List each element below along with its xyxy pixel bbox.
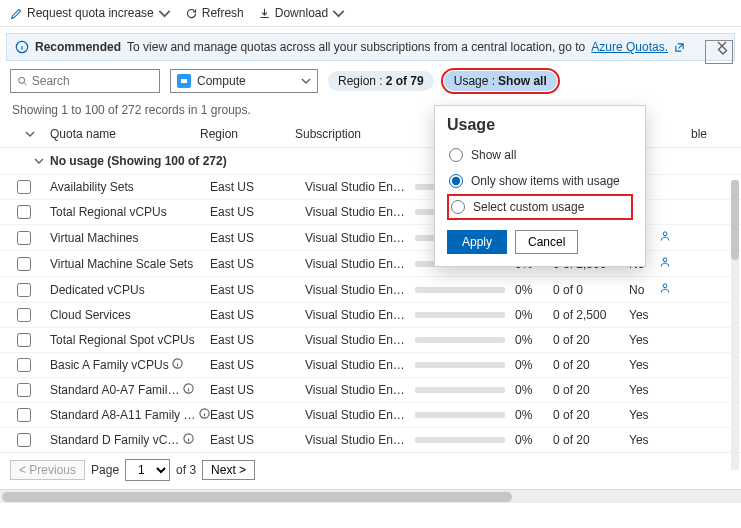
banner-link[interactable]: Azure Quotas. [591, 40, 668, 54]
horizontal-scrollbar[interactable] [0, 489, 741, 503]
pager-next[interactable]: Next > [202, 460, 255, 480]
usage-pill-prefix: Usage : [454, 74, 495, 88]
row-checkbox[interactable] [17, 308, 31, 322]
col-quota[interactable]: Quota name [50, 127, 200, 141]
table-row[interactable]: Basic A Family vCPUs East USVisual Studi… [0, 352, 741, 377]
download-icon [258, 7, 271, 20]
person-icon[interactable] [659, 230, 671, 242]
table-row[interactable]: Cloud ServicesEast USVisual Studio En…0%… [0, 302, 741, 327]
radio-custom[interactable] [451, 200, 465, 214]
cell-quota: Basic A Family vCPUs [50, 358, 210, 372]
search-icon [17, 75, 28, 87]
banner-text: To view and manage quotas across all you… [127, 40, 585, 54]
cell-region: East US [210, 231, 305, 245]
provider-dropdown[interactable]: Compute [170, 69, 318, 93]
cell-usage-bar [415, 362, 515, 368]
cell-quota: Standard D Family vC… [50, 433, 210, 447]
provider-label: Compute [197, 74, 295, 88]
cell-subscription: Visual Studio En… [305, 358, 415, 372]
usage-option-only[interactable]: Only show items with usage [447, 168, 633, 194]
cell-adjustable: Yes [629, 408, 659, 422]
info-icon [15, 40, 29, 54]
row-checkbox[interactable] [17, 205, 31, 219]
pager-page-select[interactable]: 1 [125, 459, 170, 481]
pager-page-label: Page [91, 463, 119, 477]
compute-icon [177, 74, 191, 88]
table-row[interactable]: Dedicated vCPUsEast USVisual Studio En…0… [0, 276, 741, 302]
radio-only[interactable] [449, 174, 463, 188]
usage-option-all[interactable]: Show all [447, 142, 633, 168]
pager-prev[interactable]: < Previous [10, 460, 85, 480]
filter-bar: Compute Region : 2 of 79 Usage : Show al… [0, 67, 741, 99]
cell-percent: 0% [515, 433, 553, 447]
usage-filter-pill[interactable]: Usage : Show all [444, 71, 557, 91]
cell-adjustable: Yes [629, 358, 659, 372]
row-checkbox[interactable] [17, 283, 31, 297]
external-link-icon [674, 42, 685, 53]
pager-of: of 3 [176, 463, 196, 477]
cell-percent: 0% [515, 283, 553, 297]
refresh-label: Refresh [202, 6, 244, 20]
cell-usage: 0 of 20 [553, 358, 629, 372]
option-label: Show all [471, 148, 516, 162]
row-checkbox[interactable] [17, 358, 31, 372]
svg-point-4 [663, 284, 667, 288]
row-checkbox[interactable] [17, 408, 31, 422]
cell-subscription: Visual Studio En… [305, 180, 415, 194]
chevron-down-icon [25, 129, 35, 139]
table-row[interactable]: Standard A8-A11 Family … East USVisual S… [0, 402, 741, 427]
row-checkbox[interactable] [17, 433, 31, 447]
cell-usage-bar [415, 412, 515, 418]
col-region[interactable]: Region [200, 127, 295, 141]
col-subscription[interactable]: Subscription [295, 127, 405, 141]
table-row[interactable]: Total Regional Spot vCPUsEast USVisual S… [0, 327, 741, 352]
chevron-down-icon [158, 7, 171, 20]
cell-quota: Virtual Machine Scale Sets [50, 257, 210, 271]
option-label: Select custom usage [473, 200, 584, 214]
cell-usage: 0 of 20 [553, 333, 629, 347]
cell-subscription: Visual Studio En… [305, 433, 415, 447]
radio-all[interactable] [449, 148, 463, 162]
request-quota-button[interactable]: Request quota increase [10, 6, 171, 20]
chevron-down-icon [332, 7, 345, 20]
cell-percent: 0% [515, 358, 553, 372]
svg-point-3 [663, 258, 667, 262]
region-filter-pill[interactable]: Region : 2 of 79 [328, 71, 434, 91]
row-checkbox[interactable] [17, 333, 31, 347]
cell-region: East US [210, 383, 305, 397]
apply-button[interactable]: Apply [447, 230, 507, 254]
search-input-wrap[interactable] [10, 69, 160, 93]
cell-usage-bar [415, 437, 515, 443]
pager: < Previous Page 1 of 3 Next > [0, 452, 741, 487]
person-icon[interactable] [659, 282, 671, 294]
cancel-button[interactable]: Cancel [515, 230, 578, 254]
person-icon[interactable] [659, 256, 671, 268]
cell-subscription: Visual Studio En… [305, 283, 415, 297]
cell-usage: 0 of 20 [553, 383, 629, 397]
secondary-dropdown[interactable] [705, 40, 733, 64]
download-button[interactable]: Download [258, 6, 345, 20]
refresh-button[interactable]: Refresh [185, 6, 244, 20]
scrollbar-thumb[interactable] [2, 492, 512, 502]
banner-tag: Recommended [35, 40, 121, 54]
row-checkbox[interactable] [17, 231, 31, 245]
table-row[interactable]: Standard A0-A7 Famil… East USVisual Stud… [0, 377, 741, 402]
row-checkbox[interactable] [17, 180, 31, 194]
vertical-scrollbar[interactable] [731, 180, 739, 470]
svg-point-1 [19, 77, 25, 83]
row-checkbox[interactable] [17, 257, 31, 271]
cell-usage: 0 of 0 [553, 283, 629, 297]
cell-region: East US [210, 283, 305, 297]
cell-quota: Total Regional Spot vCPUs [50, 333, 210, 347]
table-row[interactable]: Standard D Family vC… East USVisual Stud… [0, 427, 741, 452]
row-checkbox[interactable] [17, 383, 31, 397]
cell-adjustable: Yes [629, 333, 659, 347]
expand-all-toggle[interactable] [10, 129, 50, 139]
search-input[interactable] [32, 74, 153, 88]
usage-option-custom[interactable]: Select custom usage [447, 194, 633, 220]
col-adjustable[interactable]: ble [691, 127, 731, 141]
scrollbar-thumb[interactable] [731, 180, 739, 260]
cell-subscription: Visual Studio En… [305, 333, 415, 347]
cell-adjustable: No [629, 283, 659, 297]
cell-region: East US [210, 180, 305, 194]
